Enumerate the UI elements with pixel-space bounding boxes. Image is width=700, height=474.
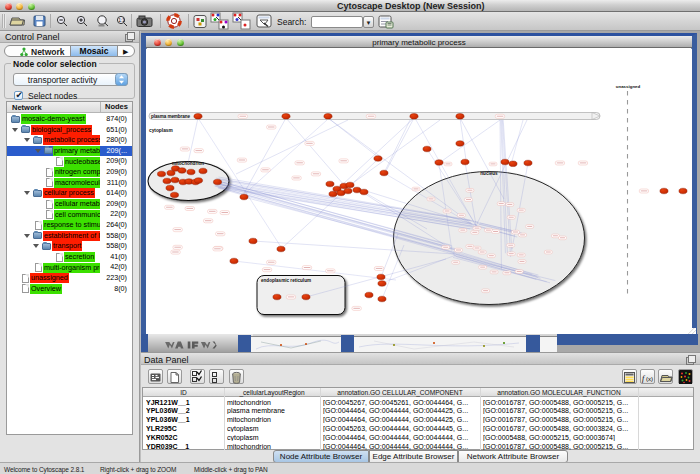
svg-text:endoplasmic reticulum: endoplasmic reticulum <box>261 278 311 283</box>
svg-text:unassigned: unassigned <box>616 84 641 89</box>
svg-text:cytoplasm: cytoplasm <box>149 128 173 133</box>
svg-text:plasma membrane: plasma membrane <box>151 114 190 119</box>
svg-text:1:1: 1:1 <box>119 18 126 23</box>
svg-text:(x): (x) <box>646 376 653 382</box>
